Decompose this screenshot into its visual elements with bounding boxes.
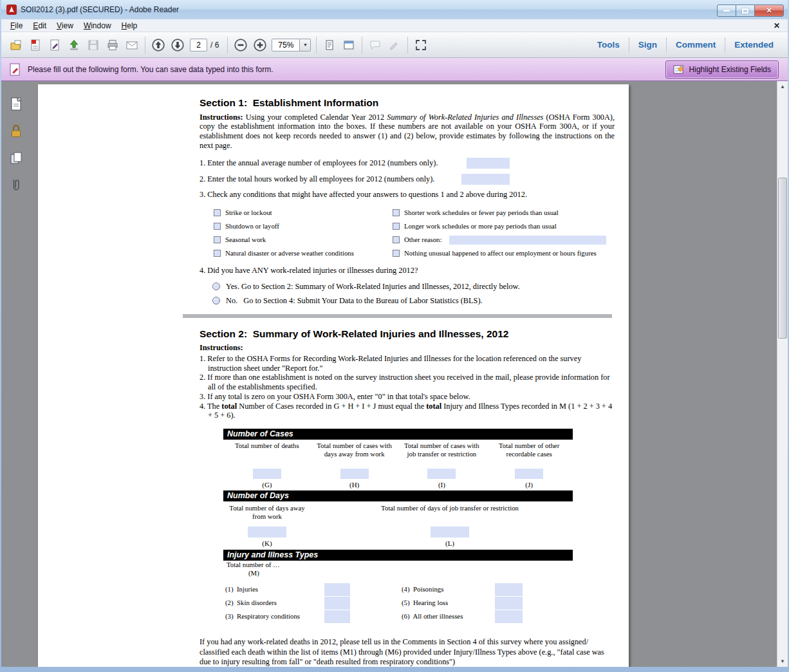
pages-icon [9, 151, 23, 166]
page-number-input[interactable] [190, 39, 207, 51]
annotate-button[interactable] [385, 35, 404, 55]
checkbox-label-natural-disaster: Natural disaster or adverse weather cond… [225, 249, 354, 257]
open-folder-icon [10, 39, 23, 51]
vertical-scrollbar[interactable]: ▲ ▼ [777, 81, 788, 667]
zoom-level-select[interactable]: 75% ▼ [272, 39, 311, 51]
highlight-fields-button[interactable]: Highlight Existing Fields [665, 61, 779, 79]
menu-window[interactable]: Window [79, 21, 116, 31]
field-G-deaths[interactable] [253, 469, 281, 479]
open-file-button[interactable] [6, 35, 26, 55]
menu-edit[interactable]: Edit [28, 21, 51, 31]
security-settings-button[interactable] [7, 122, 25, 140]
instruction-item-3: 3. If any total is zero on your OSHA For… [200, 392, 615, 402]
minus-circle-icon [234, 38, 248, 52]
menu-help[interactable]: Help [116, 21, 143, 31]
scroll-up-button[interactable]: ▲ [777, 81, 788, 92]
types-total-label: Total number of … [227, 561, 573, 569]
cases-column-j: Total number of other recordable cases (… [485, 440, 573, 489]
menu-file[interactable]: File [5, 21, 28, 31]
field-M4-poisonings[interactable] [495, 583, 523, 596]
radio-yes-label: Yes. Go to Section 2: Summary of Work-Re… [226, 282, 520, 292]
adobe-reader-window: SOII2012 (3).pdf (SECURED) - Adobe Reade… [0, 0, 789, 672]
field-I-transfer-cases[interactable] [427, 469, 456, 479]
page-count-label: / 6 [210, 41, 219, 50]
tab-tools[interactable]: Tools [588, 40, 629, 50]
menubar-close-icon[interactable]: ✕ [774, 21, 780, 30]
email-button[interactable] [122, 35, 142, 55]
tab-sign[interactable]: Sign [629, 40, 666, 50]
window-view-button[interactable] [339, 35, 358, 55]
checkbox-longer-schedules[interactable] [393, 223, 400, 230]
minimize-button[interactable] [717, 5, 736, 17]
cases-header-bar: Number of Cases [223, 429, 573, 440]
toolbar: / 6 75% ▼ Tools Sign Comment Extended [1, 32, 788, 58]
page-thumbnails-button[interactable] [7, 95, 25, 113]
checkbox-natural-disaster[interactable] [214, 250, 221, 257]
section2-instructions-list: 1. Refer to the OSHA Forms for Recording… [200, 354, 615, 420]
checkbox-label-longer-schedules: Longer work schedules or more pay period… [404, 222, 557, 230]
field-L-transfer-days[interactable] [431, 527, 469, 537]
maximize-button[interactable] [736, 5, 754, 17]
share-upload-button[interactable] [64, 35, 84, 55]
comment-button[interactable] [366, 35, 385, 55]
conditions-checkbox-grid: Strike or lockout Shorter work schedules… [214, 206, 615, 260]
hours-worked-field[interactable] [461, 174, 510, 185]
scrollbar-thumb[interactable] [778, 178, 787, 339]
days-columns: Total number of days away from work (K) … [223, 501, 573, 548]
fill-sign-button[interactable] [45, 35, 64, 55]
field-letter-K: (K) [262, 539, 272, 548]
menubar: File Edit View Window Help ✕ [1, 19, 788, 32]
section2-heading: Section 2: Summary of Work-Related Injur… [200, 328, 615, 341]
checkbox-strike-lockout[interactable] [214, 209, 221, 216]
field-M6-other-illnesses[interactable] [495, 610, 523, 623]
attachments-button[interactable] [7, 176, 25, 194]
checkbox-other-reason[interactable] [393, 236, 400, 243]
print-button[interactable] [103, 35, 122, 55]
tab-comment[interactable]: Comment [667, 40, 725, 50]
chevron-down-icon[interactable]: ▼ [300, 39, 311, 51]
scroll-down-button[interactable]: ▼ [777, 656, 788, 667]
field-H-days-away-cases[interactable] [340, 469, 369, 479]
checkbox-row: Natural disaster or adverse weather cond… [214, 247, 615, 260]
field-M3-respiratory[interactable] [324, 610, 350, 623]
save-button[interactable] [84, 35, 103, 55]
field-letter-H: (H) [349, 481, 359, 489]
speech-bubble-icon [369, 39, 382, 51]
document-viewport: Section 1: Establishment Information Ins… [31, 81, 777, 667]
tab-extended[interactable]: Extended [725, 40, 783, 50]
field-M2-skin-disorders[interactable] [324, 597, 350, 610]
pdf-document-icon [29, 39, 42, 51]
cases-column-g: Total number of deaths (G) [223, 440, 311, 489]
employees-count-field[interactable] [467, 158, 510, 169]
checkbox-shorter-schedules[interactable] [393, 209, 400, 216]
zoom-in-button[interactable] [250, 35, 270, 55]
zoom-out-button[interactable] [231, 35, 250, 55]
days-header-bar: Number of Days [223, 490, 573, 501]
printer-icon [106, 39, 119, 51]
field-letter-L: (L) [445, 539, 454, 548]
panel-tabs: Tools Sign Comment Extended [588, 32, 783, 57]
pages-panel-button[interactable] [7, 149, 25, 167]
checkbox-label-nothing-unusual: Nothing unusual happened to affect our e… [404, 249, 597, 257]
field-M1-injuries[interactable] [324, 583, 350, 596]
reading-mode-button[interactable] [411, 35, 431, 55]
field-M5-hearing-loss[interactable] [495, 597, 523, 610]
page-view-button[interactable] [320, 35, 339, 55]
radio-yes[interactable] [212, 283, 220, 290]
field-K-days-away[interactable] [248, 527, 286, 537]
next-page-button[interactable] [168, 35, 187, 55]
checkbox-shutdown-layoff[interactable] [214, 223, 221, 230]
create-pdf-button[interactable] [26, 35, 45, 55]
checkbox-nothing-unusual[interactable] [393, 250, 400, 257]
menu-view[interactable]: View [51, 21, 79, 31]
checkbox-seasonal-work[interactable] [214, 236, 221, 243]
other-reason-field[interactable] [449, 236, 606, 245]
radio-no[interactable] [212, 297, 220, 304]
highlight-fields-icon [673, 64, 685, 75]
previous-page-button[interactable] [149, 35, 168, 55]
type-label-skin-disorders: (2) Skin disorders [223, 599, 324, 607]
close-button[interactable]: ✕ [754, 5, 784, 17]
toolbar-separator [316, 37, 317, 53]
field-J-other-cases[interactable] [515, 469, 543, 479]
column-header: Total number of cases with days away fro… [314, 442, 395, 469]
